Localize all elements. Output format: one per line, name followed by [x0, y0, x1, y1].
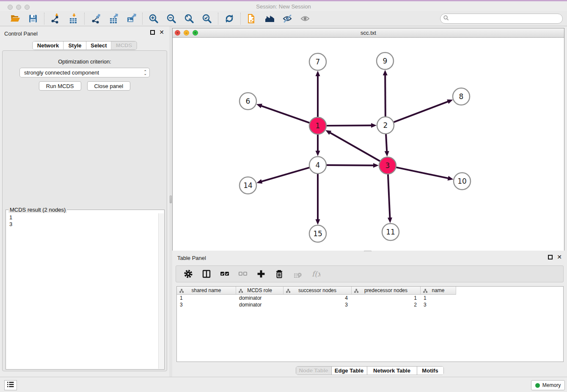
column-header-predecessor-nodes[interactable]: predecessor nodes — [352, 287, 421, 295]
refresh-view-icon[interactable] — [224, 13, 235, 24]
search-input[interactable] — [449, 14, 562, 23]
tab-node-table[interactable]: Node Table — [296, 367, 332, 375]
settings-icon[interactable] — [183, 269, 194, 279]
arrowhead-2-3 — [385, 151, 389, 157]
node-label-7: 7 — [316, 58, 320, 66]
close-panel-icon[interactable]: ✕ — [159, 30, 164, 35]
arrowhead-2-8 — [447, 99, 453, 104]
column-tree-icon — [286, 288, 290, 294]
import-network-icon[interactable] — [50, 13, 61, 24]
deselect-all-icon[interactable] — [237, 269, 248, 279]
cell-name[interactable]: 3 — [421, 301, 456, 308]
cell-predecessor-nodes[interactable]: 1 — [352, 295, 421, 301]
edge-4-3[interactable] — [326, 165, 374, 166]
tab-select[interactable]: Select — [87, 41, 112, 50]
tab-motifs[interactable]: Motifs — [417, 367, 443, 375]
cell-MCDS-role[interactable]: dominator — [236, 301, 284, 308]
function-builder-icon: f(x) — [310, 269, 321, 279]
node-label-6: 6 — [246, 97, 250, 105]
mcds-result-title: MCDS result (2 nodes) — [8, 207, 67, 213]
table-row[interactable]: 3dominator323 — [177, 301, 563, 308]
divider-grip[interactable] — [170, 196, 172, 203]
result-scrollbar[interactable] — [158, 213, 164, 369]
edge-1-2[interactable] — [326, 125, 372, 126]
edge-3-1[interactable] — [330, 133, 380, 161]
open-file-icon[interactable] — [10, 13, 21, 24]
criterion-dropdown[interactable]: strongly connected component ⌃⌄ — [19, 68, 150, 77]
app-titlebar: Session: New Session — [0, 0, 567, 11]
column-tree-icon — [354, 288, 358, 294]
cell-MCDS-role[interactable]: dominator — [236, 295, 284, 301]
mcds-result-list[interactable]: 13 — [6, 213, 158, 369]
add-column-icon[interactable] — [256, 269, 267, 279]
run-mcds-button[interactable]: Run MCDS — [39, 81, 81, 91]
table-close-panel-icon[interactable]: ✕ — [557, 255, 562, 259]
zoom-out-icon[interactable] — [166, 13, 177, 24]
cell-predecessor-nodes[interactable]: 2 — [352, 301, 421, 308]
edge-2-3[interactable] — [386, 134, 387, 152]
edge-4-14[interactable] — [261, 168, 310, 182]
delete-column-icon[interactable] — [274, 269, 285, 279]
node-label-11: 11 — [386, 228, 395, 236]
select-all-icon[interactable] — [219, 269, 230, 279]
mcds-result-node: 1 — [9, 214, 158, 221]
criterion-value: strongly connected component — [24, 69, 143, 76]
tab-network-table[interactable]: Network Table — [367, 367, 417, 375]
cell-shared-name[interactable]: 3 — [177, 301, 236, 308]
arrowhead-1-6 — [256, 104, 262, 108]
table-panel-title: Table Panel — [177, 255, 206, 261]
show-all-icon[interactable] — [300, 13, 311, 24]
export-image-icon[interactable] — [126, 13, 137, 24]
new-network-from-selection-icon[interactable] — [246, 13, 257, 24]
tab-network[interactable]: Network — [33, 41, 64, 50]
column-tree-icon — [423, 288, 427, 294]
vertical-split-divider[interactable] — [169, 26, 172, 377]
zoom-selected-icon[interactable] — [201, 13, 212, 24]
edge-2-8[interactable] — [394, 101, 449, 122]
cell-name[interactable]: 1 — [421, 295, 456, 301]
session-title: Session: New Session — [0, 3, 567, 10]
edge-3-10[interactable] — [396, 167, 449, 178]
delete-table-icon — [292, 269, 303, 279]
cell-successor-nodes[interactable]: 4 — [284, 295, 352, 301]
table-float-panel-icon[interactable] — [548, 255, 553, 259]
export-network-icon[interactable] — [90, 13, 101, 24]
toggle-column-view-icon[interactable] — [201, 269, 212, 279]
hide-unselected-icon[interactable] — [282, 13, 293, 24]
cell-shared-name[interactable]: 1 — [177, 295, 236, 301]
edge-2-9[interactable] — [385, 75, 385, 117]
edge-3-11[interactable] — [388, 174, 390, 218]
arrowhead-1-7 — [316, 71, 320, 76]
network-graph-canvas[interactable]: 7968124314101511 — [173, 38, 564, 251]
table-toolbar: f(x) — [176, 265, 564, 282]
network-window-titlebar[interactable]: ✕ − + scc.txt — [173, 28, 564, 38]
table-tabs: Node TableEdge TableNetwork TableMotifs — [296, 366, 444, 375]
search-box[interactable] — [440, 14, 563, 24]
node-label-8: 8 — [459, 92, 464, 101]
zoom-fit-icon[interactable] — [184, 13, 195, 24]
save-session-icon[interactable] — [28, 13, 39, 24]
header-filler — [456, 287, 563, 295]
home-view-icon[interactable] — [264, 13, 275, 24]
close-panel-button[interactable]: Close panel — [87, 81, 131, 91]
zoom-in-icon[interactable] — [148, 13, 159, 24]
export-table-icon[interactable] — [108, 13, 119, 24]
node-label-1: 1 — [316, 121, 320, 130]
tab-edge-table[interactable]: Edge Table — [332, 367, 367, 375]
column-header-MCDS-role[interactable]: MCDS role — [236, 287, 284, 295]
arrowhead-3-11 — [388, 218, 392, 223]
tab-mcds[interactable]: MCDS — [112, 41, 137, 50]
column-header-successor-nodes[interactable]: successor nodes — [284, 287, 352, 295]
cell-successor-nodes[interactable]: 3 — [284, 301, 352, 308]
column-header-name[interactable]: name — [421, 287, 456, 295]
import-table-icon[interactable] — [68, 13, 79, 24]
table-row[interactable]: 1dominator411 — [177, 295, 563, 301]
node-label-14: 14 — [243, 181, 253, 190]
float-panel-icon[interactable] — [150, 30, 155, 35]
column-header-shared-name[interactable]: shared name — [177, 287, 236, 295]
node-label-2: 2 — [383, 121, 388, 130]
edge-1-6[interactable] — [261, 106, 310, 123]
memory-button[interactable]: Memory — [531, 380, 565, 390]
tab-style[interactable]: Style — [64, 41, 87, 50]
task-history-button[interactable] — [4, 380, 17, 390]
